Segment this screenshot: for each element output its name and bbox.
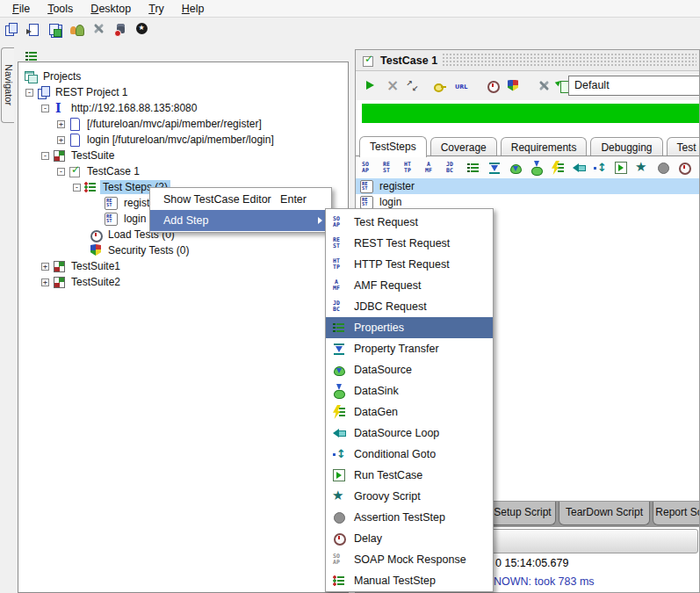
tree-item-testsuite[interactable]: - TestSuite [18, 148, 347, 163]
submenu-item-property-transfer[interactable]: Property Transfer [326, 338, 493, 359]
run-options-icon[interactable] [406, 79, 420, 93]
expand-icon[interactable]: + [57, 120, 65, 128]
tab-debugging[interactable]: Debugging [590, 137, 662, 157]
submenu-arrow-icon [318, 217, 322, 224]
tree-item-security-tests[interactable]: Security Tests (0) [18, 242, 347, 258]
tree-item-projects[interactable]: Projects [18, 69, 347, 84]
submenu-item-jdbc-request[interactable]: JDBC Request [326, 296, 493, 317]
collapse-icon[interactable]: - [73, 184, 81, 192]
property-transfer-icon[interactable] [487, 161, 502, 175]
menu-bar: File Tools Desktop Try Help [0, 0, 700, 18]
menu-try[interactable]: Try [140, 1, 173, 17]
http-request-icon[interactable] [403, 161, 417, 175]
rest-step-icon [105, 212, 119, 226]
collapse-icon[interactable]: - [25, 89, 33, 97]
testsuite-icon [52, 259, 66, 273]
collapse-icon[interactable]: - [41, 105, 49, 112]
expand-icon[interactable]: + [57, 136, 65, 144]
save-all-icon[interactable] [47, 22, 61, 36]
menu-help[interactable]: Help [173, 1, 213, 17]
datagen-icon[interactable] [551, 161, 565, 175]
navigator-tab[interactable]: Navigator [1, 47, 14, 123]
tree-item-testcase[interactable]: - TestCase 1 [18, 163, 347, 179]
menu-tools[interactable]: Tools [39, 1, 82, 17]
forum-icon[interactable] [69, 22, 83, 36]
copy-workspace-icon[interactable] [4, 22, 18, 36]
tab-teardown-script[interactable]: TearDown Script [559, 502, 650, 525]
mock-response-icon[interactable] [698, 161, 699, 175]
datagen-icon [332, 405, 346, 419]
rest-service-icon [52, 101, 66, 115]
security-shield-icon[interactable] [506, 79, 520, 93]
url-icon[interactable] [455, 79, 469, 93]
environment-select[interactable]: Default [568, 76, 700, 96]
testsuite-icon [52, 148, 66, 163]
properties-icon[interactable] [466, 161, 480, 175]
preferences-icon[interactable] [91, 22, 105, 36]
submenu-item-groovy-script[interactable]: Groovy Script [326, 486, 493, 507]
tab-teststeps[interactable]: TestSteps [359, 136, 427, 157]
submenu-item-delay[interactable]: Delay [326, 528, 493, 549]
menu-file[interactable]: File [4, 1, 39, 17]
settings-icon[interactable] [537, 79, 551, 93]
import-workspace-icon[interactable] [25, 22, 40, 36]
menu-desktop[interactable]: Desktop [82, 1, 140, 17]
auth-key-icon[interactable] [433, 79, 447, 93]
soapui-logo-icon[interactable] [135, 22, 149, 36]
groovy-script-icon [332, 489, 346, 503]
submenu-item-properties[interactable]: Properties [326, 317, 493, 338]
rest-request-icon[interactable] [382, 161, 396, 175]
run-testcase-icon[interactable] [614, 161, 628, 175]
menu-item-show-testcase-editor[interactable]: Show TestCase Editor Enter [150, 189, 331, 210]
main-toolbar [0, 18, 700, 40]
tree-item-login-resource[interactable]: + login [/futureloan/mvc/api/member/logi… [18, 132, 347, 148]
submenu-item-assertion-teststep[interactable]: Assertion TestStep [326, 507, 493, 528]
property-transfer-icon [332, 342, 346, 356]
teststep-row-register[interactable]: register [356, 178, 699, 194]
submenu-item-run-testcase[interactable]: Run TestCase [326, 465, 493, 486]
delay-icon[interactable] [677, 161, 691, 175]
conditional-goto-icon[interactable] [593, 161, 607, 175]
soap-request-icon[interactable] [361, 161, 375, 175]
amf-request-icon[interactable] [424, 161, 438, 175]
menu-item-add-step[interactable]: Add Step [150, 210, 331, 231]
tree-item-testsuite2[interactable]: + TestSuite2 [18, 274, 347, 290]
cancel-icon[interactable] [385, 79, 399, 93]
submenu-item-datasource-loop[interactable]: DataSource Loop [326, 423, 493, 444]
collapse-icon[interactable]: - [41, 152, 49, 160]
jdbc-request-icon[interactable] [445, 161, 459, 175]
tab-test-on-demand[interactable]: Test O [667, 137, 700, 157]
groovy-script-icon[interactable] [635, 161, 649, 175]
submenu-item-datasink[interactable]: DataSink [326, 380, 493, 401]
tab-requirements[interactable]: Requirements [501, 137, 588, 157]
submenu-item-rest-test-request[interactable]: REST Test Request [326, 233, 493, 254]
tree-item-rest-project[interactable]: - REST Project 1 [18, 84, 347, 100]
datasource-icon[interactable] [509, 161, 523, 175]
tab-coverage[interactable]: Coverage [430, 137, 497, 157]
submenu-item-soap-mock-response[interactable]: SOAP Mock Response [326, 549, 493, 570]
timer-icon[interactable] [486, 79, 500, 93]
datasource-loop-icon[interactable] [572, 161, 586, 175]
submenu-item-manual-teststep[interactable]: Manual TestStep [326, 570, 493, 591]
expand-icon[interactable]: + [41, 263, 49, 271]
tab-setup-script[interactable]: Setup Script [489, 502, 556, 525]
submenu-item-datasource[interactable]: DataSource [326, 359, 493, 380]
datasink-icon[interactable] [530, 161, 544, 175]
tree-item-register-resource[interactable]: + [/futureloan/mvc/api/member/register] [18, 116, 347, 132]
assertion-icon[interactable] [656, 161, 670, 175]
submenu-item-amf-request[interactable]: AMF Request [326, 275, 493, 296]
submenu-item-http-test-request[interactable]: HTTP Test Request [326, 254, 493, 275]
tree-item-testsuite1[interactable]: + TestSuite1 [18, 258, 347, 274]
rest-step-icon [360, 179, 374, 193]
submenu-item-datagen[interactable]: DataGen [326, 401, 493, 423]
testcase-progress-bar [362, 104, 700, 123]
tree-item-service[interactable]: - http://192.168.88.135:8080 [18, 100, 347, 116]
proxy-server-icon[interactable] [113, 22, 127, 36]
run-icon[interactable] [364, 79, 378, 93]
datasource-icon [332, 363, 346, 377]
submenu-item-test-request[interactable]: Test Request [326, 212, 493, 233]
expand-icon[interactable]: + [41, 278, 49, 286]
tab-report-script[interactable]: Report Sc [653, 502, 700, 525]
collapse-icon[interactable]: - [57, 168, 65, 176]
submenu-item-conditional-goto[interactable]: Conditional Goto [326, 444, 493, 465]
